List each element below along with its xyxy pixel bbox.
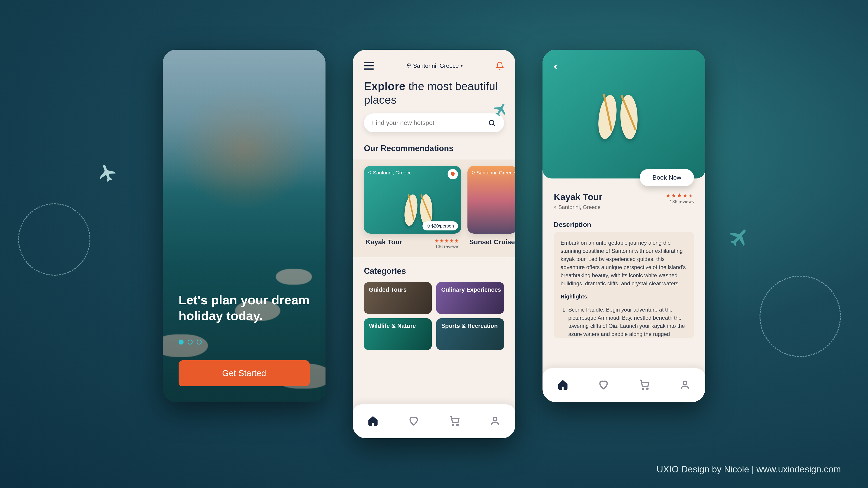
category-wildlife[interactable]: Wildlife & Nature (364, 318, 432, 350)
nav-cart[interactable] (639, 379, 650, 391)
svg-point-5 (642, 388, 644, 390)
highlights-heading: Highlights: (561, 293, 589, 300)
decorative-arc (760, 275, 841, 357)
card-image: Santorini, Greece ⊙$20/person (364, 166, 461, 234)
location-selector[interactable]: Santorini, Greece ▾ (407, 62, 463, 69)
decorative-arc (18, 203, 90, 275)
rating-stars: ★★★★★ (434, 238, 459, 244)
categories-heading: Categories (352, 266, 515, 282)
nav-profile[interactable] (490, 416, 500, 427)
svg-point-3 (457, 424, 458, 426)
reviews-count: 136 reviews (665, 199, 694, 204)
detail-location: ⌖Santorini, Greece (554, 204, 602, 210)
svg-point-6 (647, 388, 648, 390)
chevron-down-icon: ▾ (461, 63, 463, 68)
search-bar[interactable] (364, 113, 504, 132)
detail-title: Kayak Tour (554, 192, 602, 202)
highlight-item: Scenic Paddle: Begin your adventure at t… (568, 306, 687, 338)
svg-point-2 (452, 424, 454, 426)
description-body: Embark on an unforgettable journey along… (561, 239, 687, 288)
get-started-button[interactable]: Get Started (179, 360, 310, 386)
description-box[interactable]: Embark on an unforgettable journey along… (554, 232, 694, 338)
airplane-icon (723, 221, 755, 254)
nav-profile[interactable] (680, 379, 690, 391)
price-badge: ⊙$20/person (423, 221, 458, 230)
carousel-dot-1[interactable] (179, 339, 184, 345)
search-icon[interactable] (488, 119, 496, 127)
nav-home[interactable] (557, 379, 568, 391)
bottom-navigation (542, 368, 705, 402)
book-now-button[interactable]: Book Now (640, 169, 694, 186)
recommendations-heading: Our Recommendations (352, 144, 515, 160)
card-title: Kayak Tour (366, 238, 402, 246)
explore-screen: Santorini, Greece ▾ Explore the most bea… (352, 50, 515, 438)
recommendation-card[interactable]: Santorini, Greece (467, 166, 515, 234)
reviews-count: 136 reviews (434, 244, 459, 249)
nav-home[interactable] (368, 416, 378, 427)
favorite-button[interactable] (447, 169, 458, 180)
svg-point-4 (493, 417, 497, 421)
description-heading: Description (542, 213, 705, 232)
nav-favorites[interactable] (408, 416, 419, 427)
card-location: Santorini, Greece (368, 170, 412, 176)
design-credit: UXIO Design by Nicole | www.uxiodesign.c… (657, 464, 841, 475)
carousel-dot-3[interactable] (197, 339, 202, 345)
card-location: Santorini, Greece (471, 170, 515, 176)
svg-point-0 (408, 65, 409, 66)
category-guided-tours[interactable]: Guided Tours (364, 282, 432, 314)
category-sports[interactable]: Sports & Recreation (436, 318, 504, 350)
category-culinary[interactable]: Culinary Experiences (436, 282, 504, 314)
onboarding-headline: Let's plan your dream holiday today. (179, 292, 310, 324)
carousel-dots[interactable] (179, 339, 310, 345)
search-input[interactable] (372, 119, 488, 127)
airplane-icon (94, 160, 121, 187)
back-button[interactable] (552, 61, 560, 73)
hero-image: Book Now (542, 50, 705, 178)
notification-icon[interactable] (495, 61, 504, 70)
location-label: Santorini, Greece (413, 62, 459, 69)
rating-stars: ★★★★★★ (665, 192, 694, 199)
carousel-dot-2[interactable] (188, 339, 193, 345)
bottom-navigation (352, 404, 515, 438)
recommendations-row[interactable]: Santorini, Greece ⊙$20/person Kayak Tour… (352, 160, 515, 257)
explore-headline: Explore the most beautiful places (352, 70, 515, 113)
svg-point-7 (683, 381, 687, 385)
menu-icon[interactable] (364, 62, 374, 70)
card-title: Sunset Cruise (469, 238, 515, 246)
nav-favorites[interactable] (598, 379, 609, 391)
onboarding-screen: Let's plan your dream holiday today. Get… (163, 50, 326, 402)
nav-cart[interactable] (449, 416, 460, 427)
card-image: Santorini, Greece (467, 166, 515, 234)
svg-point-1 (489, 120, 494, 125)
detail-screen: Book Now Kayak Tour ⌖Santorini, Greece ★… (542, 50, 705, 402)
recommendation-card[interactable]: Santorini, Greece ⊙$20/person (364, 166, 461, 234)
